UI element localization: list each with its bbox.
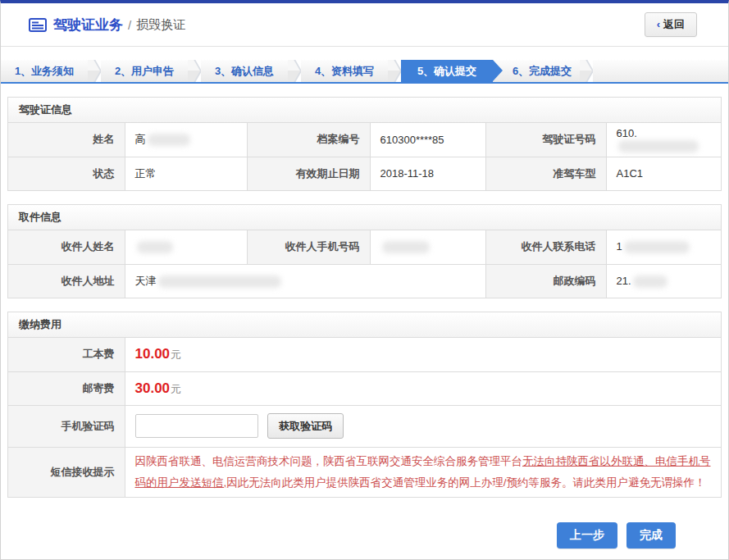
address-label: 收件人地址	[8, 264, 125, 298]
postcode-label: 邮政编码	[485, 264, 606, 298]
breadcrumb-current: 损毁换证	[136, 17, 185, 33]
page-title: 驾驶证业务	[53, 16, 123, 34]
step-separator-icon	[88, 60, 101, 82]
previous-step-button[interactable]: 上一步	[557, 522, 617, 549]
step-6-complete[interactable]: 6、完成提交	[493, 60, 580, 82]
step-separator-icon	[188, 60, 201, 82]
page: 驾驶证业务 / 损毁换证 ‹返回 1、业务须知 2、用户申告 3、确认信息 4、…	[0, 0, 729, 560]
section-title-license: 驾驶证信息	[8, 98, 721, 123]
step-separator-icon	[388, 60, 401, 82]
stepbar-filler	[593, 60, 728, 82]
step-4-fill-data[interactable]: 4、资料填写	[301, 60, 388, 82]
name-value: 高	[125, 123, 247, 157]
license-no-label: 驾驶证号码	[485, 123, 606, 157]
license-no-value: 610.	[606, 123, 721, 157]
vehicle-class-value: A1C1	[606, 157, 721, 190]
status-label: 状态	[8, 157, 125, 190]
expiry-label: 有效期止日期	[247, 157, 370, 190]
back-button[interactable]: ‹返回	[645, 12, 697, 37]
section-title-pickup: 取件信息	[8, 205, 721, 230]
sms-code-label: 手机验证码	[8, 405, 125, 447]
fee-unit: 元	[171, 383, 181, 395]
production-fee-value: 10.00元	[125, 338, 721, 371]
table-row: 手机验证码 获取验证码	[8, 405, 721, 447]
footer-actions: 上一步 完成	[1, 522, 676, 549]
step-2-declaration[interactable]: 2、用户申告	[101, 60, 188, 82]
recipient-phone-label: 收件人联系电话	[485, 230, 606, 264]
table-row: 收件人地址 天津 邮政编码 21.	[8, 264, 721, 298]
file-no-value: 610300****85	[370, 123, 485, 157]
step-separator-icon	[580, 60, 593, 82]
recipient-name-label: 收件人姓名	[8, 230, 125, 264]
sms-code-cell: 获取验证码	[125, 405, 721, 447]
recipient-name-value	[125, 230, 247, 264]
fees-table: 工本费 10.00元 邮寄费 30.00元 手机验证码 获取验证码 短信接收提示	[8, 338, 721, 497]
vehicle-class-label: 准驾车型	[485, 157, 606, 190]
sms-code-input[interactable]	[135, 414, 258, 438]
step-separator-icon	[288, 60, 301, 82]
sms-notice-label: 短信接收提示	[8, 447, 125, 497]
pickup-info-table: 收件人姓名 收件人手机号码 收件人联系电话 1 收件人地址 天津 邮政编码 21…	[8, 230, 721, 298]
wizard-steps: 1、业务须知 2、用户申告 3、确认信息 4、资料填写 5、确认提交 6、完成提…	[1, 60, 728, 84]
mailing-fee-value: 30.00元	[125, 371, 721, 405]
section-title-fees: 缴纳费用	[8, 312, 721, 338]
sms-notice-text: 因陕西省联通、电信运营商技术问题，陕西省互联网交通安全综合服务管理平台无法向持陕…	[135, 451, 712, 494]
recipient-mobile-value	[370, 230, 485, 264]
license-info-table: 姓名 高 档案编号 610300****85 驾驶证号码 610. 状态 正常 …	[8, 123, 721, 190]
pickup-info-section: 取件信息 收件人姓名 收件人手机号码 收件人联系电话 1 收件人地址 天津 邮政…	[7, 204, 722, 298]
redaction-blur	[618, 140, 699, 153]
back-button-label: 返回	[663, 18, 685, 30]
license-card-icon	[29, 18, 47, 32]
fees-section: 缴纳费用 工本费 10.00元 邮寄费 30.00元 手机验证码 获取验证码	[7, 312, 722, 498]
back-chevron-icon: ‹	[657, 18, 660, 30]
sms-notice-cell: 因陕西省联通、电信运营商技术问题，陕西省互联网交通安全综合服务管理平台无法向持陕…	[125, 447, 721, 497]
table-row: 短信接收提示 因陕西省联通、电信运营商技术问题，陕西省互联网交通安全综合服务管理…	[8, 447, 721, 497]
redaction-blur	[633, 275, 667, 288]
redaction-blur	[148, 134, 190, 146]
recipient-phone-value: 1	[606, 230, 721, 264]
finish-button[interactable]: 完成	[626, 522, 676, 549]
table-row: 工本费 10.00元	[8, 338, 721, 371]
recipient-mobile-label: 收件人手机号码	[247, 230, 370, 264]
name-label: 姓名	[8, 123, 125, 157]
redaction-blur	[137, 241, 173, 253]
table-row: 邮寄费 30.00元	[8, 371, 721, 405]
postcode-value: 21.	[606, 264, 721, 298]
status-value: 正常	[125, 157, 247, 190]
table-row: 姓名 高 档案编号 610300****85 驾驶证号码 610.	[8, 123, 721, 157]
redaction-blur	[624, 241, 690, 253]
redaction-blur	[382, 241, 430, 253]
fee-unit: 元	[171, 348, 181, 361]
step-1-notice[interactable]: 1、业务须知	[1, 60, 88, 82]
step-3-confirm-info[interactable]: 3、确认信息	[201, 60, 288, 82]
table-row: 状态 正常 有效期止日期 2018-11-18 准驾车型 A1C1	[8, 157, 721, 190]
production-fee-label: 工本费	[8, 338, 125, 371]
content-area: 驾驶证信息 姓名 高 档案编号 610300****85 驾驶证号码 610. …	[1, 97, 728, 498]
breadcrumb-separator: /	[128, 18, 131, 32]
expiry-value: 2018-11-18	[370, 157, 485, 190]
page-header: 驾驶证业务 / 损毁换证 ‹返回	[1, 3, 728, 47]
mailing-fee-label: 邮寄费	[8, 371, 125, 405]
step-5-confirm-submit[interactable]: 5、确认提交	[401, 60, 493, 82]
get-sms-code-button[interactable]: 获取验证码	[267, 413, 344, 439]
redaction-blur	[158, 275, 281, 288]
address-value: 天津	[125, 264, 485, 298]
file-no-label: 档案编号	[247, 123, 370, 157]
license-info-section: 驾驶证信息 姓名 高 档案编号 610300****85 驾驶证号码 610. …	[7, 97, 722, 191]
table-row: 收件人姓名 收件人手机号码 收件人联系电话 1	[8, 230, 721, 264]
